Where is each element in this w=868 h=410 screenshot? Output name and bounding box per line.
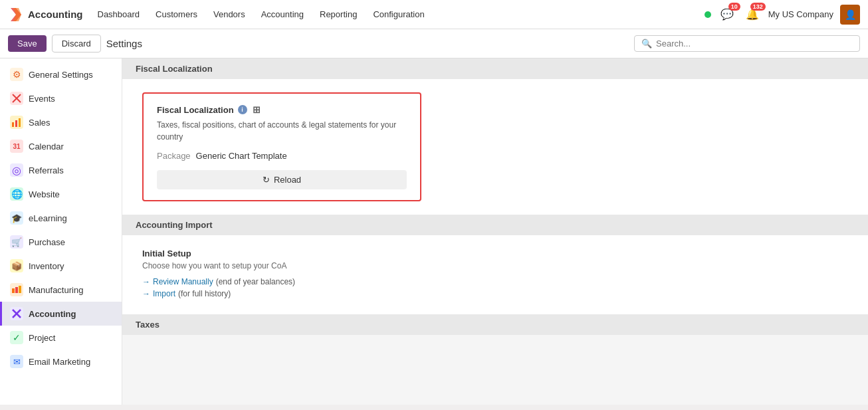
sidebar-label-email-marketing: Email Marketing	[29, 357, 90, 367]
project-icon: ✓	[10, 331, 23, 344]
sales-icon	[10, 116, 23, 129]
accounting-import-section-body: Initial Setup Choose how you want to set…	[122, 235, 868, 314]
search-input[interactable]	[656, 39, 853, 49]
elearning-icon: 🎓	[10, 211, 23, 225]
company-name[interactable]: My US Company	[768, 9, 833, 19]
sidebar-label-general-settings: General Settings	[29, 70, 93, 80]
sidebar-item-events[interactable]: Events	[0, 86, 122, 110]
calendar-icon: 31	[10, 140, 23, 153]
svg-marker-1	[13, 8, 21, 21]
initial-setup-title: Initial Setup	[142, 249, 848, 258]
fiscal-package-label: Package	[157, 151, 191, 161]
discard-button[interactable]: Discard	[52, 35, 101, 52]
sidebar-item-inventory[interactable]: 📦 Inventory	[0, 254, 122, 278]
sidebar-label-events: Events	[29, 94, 55, 104]
fiscal-card-description: Taxes, fiscal positions, chart of accoun…	[157, 119, 407, 143]
sidebar-item-purchase[interactable]: 🛒 Purchase	[0, 230, 122, 254]
referrals-icon: ◎	[10, 163, 23, 177]
svg-rect-8	[15, 287, 18, 293]
nav-accounting[interactable]: Accounting	[255, 7, 310, 22]
review-manually-suffix: (end of year balances)	[216, 277, 295, 286]
manufacturing-icon	[10, 283, 23, 296]
svg-rect-7	[12, 288, 15, 293]
fiscal-card-title: Fiscal Localization i ⊞	[157, 104, 407, 115]
initial-setup-desc: Choose how you want to setup your CoA	[142, 261, 848, 270]
sidebar-item-accounting[interactable]: Accounting	[0, 302, 122, 326]
svg-rect-9	[19, 286, 21, 293]
arrow-icon-1: →	[142, 277, 150, 286]
fiscal-grid-icon[interactable]: ⊞	[251, 104, 262, 115]
accounting-icon	[10, 307, 23, 320]
sidebar-label-accounting: Accounting	[29, 309, 76, 319]
nav-configuration[interactable]: Configuration	[366, 7, 431, 22]
top-navigation: Accounting Dashboard Customers Vendors A…	[0, 0, 868, 29]
sidebar-item-website[interactable]: 🌐 Website	[0, 182, 122, 206]
import-text: Import	[153, 289, 175, 298]
search-icon: 🔍	[641, 39, 652, 49]
svg-rect-5	[15, 120, 17, 127]
save-button[interactable]: Save	[8, 35, 47, 52]
chat-badge: 10	[728, 3, 740, 11]
nav-dashboard[interactable]: Dashboard	[91, 7, 147, 22]
activity-notifications-button[interactable]: 🔔 132	[743, 5, 762, 24]
status-indicator	[705, 11, 711, 18]
sidebar-item-referrals[interactable]: ◎ Referrals	[0, 158, 122, 182]
arrow-icon-2: →	[142, 289, 150, 298]
events-icon	[10, 92, 23, 105]
sidebar-label-sales: Sales	[29, 118, 51, 128]
sidebar-label-inventory: Inventory	[29, 261, 64, 271]
fiscal-localization-section-header: Fiscal Localization	[122, 58, 868, 79]
sidebar-label-referrals: Referrals	[29, 165, 64, 175]
nav-customers[interactable]: Customers	[149, 7, 204, 22]
user-avatar[interactable]: 👤	[840, 5, 860, 25]
accounting-import-section-header: Accounting Import	[122, 215, 868, 235]
import-link[interactable]: → Import (for full history)	[142, 289, 848, 298]
purchase-icon: 🛒	[10, 235, 23, 249]
fiscal-info-icon[interactable]: i	[238, 105, 247, 114]
toolbar: Save Discard Settings 🔍	[0, 29, 868, 58]
sidebar-item-manufacturing[interactable]: Manufacturing	[0, 278, 122, 302]
sidebar-label-manufacturing: Manufacturing	[29, 285, 83, 295]
reload-label: Reload	[274, 175, 301, 185]
main-layout: ⚙ General Settings Events Sales 31 Calen…	[0, 58, 868, 405]
alert-badge: 132	[750, 3, 766, 11]
sidebar: ⚙ General Settings Events Sales 31 Calen…	[0, 58, 122, 405]
sidebar-item-general-settings[interactable]: ⚙ General Settings	[0, 62, 122, 86]
website-icon: 🌐	[10, 187, 23, 201]
nav-vendors[interactable]: Vendors	[207, 7, 252, 22]
review-manually-link[interactable]: → Review Manually (end of year balances)	[142, 277, 848, 286]
inventory-icon: 📦	[10, 259, 23, 272]
search-bar: 🔍	[634, 35, 860, 52]
sidebar-label-calendar: Calendar	[29, 142, 64, 152]
brand-name: Accounting	[28, 9, 83, 20]
sidebar-item-project[interactable]: ✓ Project	[0, 326, 122, 350]
fiscal-localization-section-body: Fiscal Localization i ⊞ Taxes, fiscal po…	[122, 79, 868, 215]
svg-rect-6	[19, 118, 21, 127]
review-manually-text: Review Manually	[153, 277, 213, 286]
sidebar-label-project: Project	[29, 333, 55, 343]
fiscal-localization-card: Fiscal Localization i ⊞ Taxes, fiscal po…	[142, 92, 421, 201]
email-marketing-icon: ✉	[10, 355, 23, 368]
sidebar-item-elearning[interactable]: 🎓 eLearning	[0, 206, 122, 230]
sidebar-item-sales[interactable]: Sales	[0, 110, 122, 134]
import-suffix: (for full history)	[178, 289, 231, 298]
top-nav-right: 💬 10 🔔 132 My US Company 👤	[705, 5, 860, 25]
main-content: Fiscal Localization Fiscal Localization …	[122, 58, 868, 405]
sidebar-label-elearning: eLearning	[29, 213, 67, 223]
sidebar-label-purchase: Purchase	[29, 237, 65, 247]
nav-reporting[interactable]: Reporting	[313, 7, 364, 22]
fiscal-package-row: Package Generic Chart Template	[157, 151, 407, 161]
svg-rect-4	[12, 122, 14, 127]
taxes-section-header: Taxes	[122, 314, 868, 335]
sidebar-item-email-marketing[interactable]: ✉ Email Marketing	[0, 350, 122, 373]
page-title: Settings	[106, 38, 142, 49]
brand-icon	[8, 7, 24, 23]
brand[interactable]: Accounting	[8, 7, 83, 23]
chat-notifications-button[interactable]: 💬 10	[718, 5, 736, 24]
reload-icon: ↻	[263, 175, 270, 185]
fiscal-package-value: Generic Chart Template	[196, 151, 287, 161]
reload-button[interactable]: ↻ Reload	[157, 170, 407, 189]
general-settings-icon: ⚙	[10, 68, 23, 81]
sidebar-item-calendar[interactable]: 31 Calendar	[0, 134, 122, 158]
sidebar-label-website: Website	[29, 189, 60, 199]
